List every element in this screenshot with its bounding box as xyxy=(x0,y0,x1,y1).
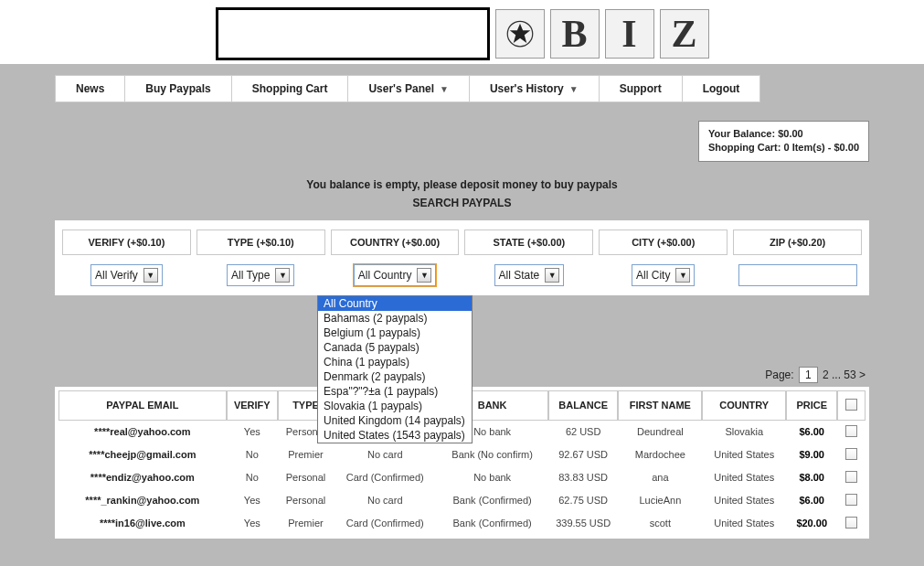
cell-country: United States xyxy=(702,466,786,489)
row-checkbox[interactable] xyxy=(845,425,857,437)
cell-firstname: scott xyxy=(618,512,702,535)
cell-type: Personal xyxy=(278,489,334,512)
table-row: ****cheejp@gmail.comNoPremierNo cardBank… xyxy=(58,443,866,466)
empty-balance-msg: You balance is empty, please deposit mon… xyxy=(55,178,869,191)
chevron-down-icon: ▼ xyxy=(143,268,158,283)
col-header: PRICE xyxy=(786,390,837,421)
row-checkbox[interactable] xyxy=(845,517,857,529)
country-option[interactable]: All Country xyxy=(318,296,472,311)
table-row: ****endiz@yahoo.comNoPersonalCard (Confi… xyxy=(58,466,866,489)
cell-price: $6.00 xyxy=(786,421,837,443)
cell-checkbox xyxy=(837,421,866,443)
nav-user-s-history[interactable]: User's History▼ xyxy=(469,75,599,102)
nav-news[interactable]: News xyxy=(55,75,124,102)
pager-rest[interactable]: 2 ... 53 > xyxy=(823,368,866,381)
nav-support[interactable]: Support xyxy=(599,75,682,102)
country-option[interactable]: Bahamas (2 paypals) xyxy=(318,311,472,326)
country-option[interactable]: Slovakia (1 paypals) xyxy=(318,399,472,413)
country-option[interactable]: Espa"?"?±a (1 paypals) xyxy=(318,384,472,399)
search-title: SEARCH PAYPALS xyxy=(55,197,869,209)
col-header: FIRST NAME xyxy=(618,390,702,421)
select-all-checkbox[interactable] xyxy=(845,399,857,411)
pager-current[interactable]: 1 xyxy=(799,367,818,383)
table-row: ****_rankin@yahoo.comYesPersonalNo cardB… xyxy=(58,489,866,512)
nav-user-s-panel[interactable]: User's Panel▼ xyxy=(347,75,468,102)
country-select-value: All Country xyxy=(358,269,412,282)
cell-balance: 62 USD xyxy=(548,421,619,443)
country-option[interactable]: United Kingdom (14 paypals) xyxy=(318,413,472,428)
cell-country: Slovakia xyxy=(702,421,786,443)
cell-balance: 92.67 USD xyxy=(548,443,619,466)
cell-email: ****cheejp@gmail.com xyxy=(58,443,227,466)
cell-firstname: Deundreal xyxy=(618,421,702,443)
cell-email: ****_rankin@yahoo.com xyxy=(58,489,227,512)
zip-input[interactable] xyxy=(738,264,857,286)
balance-box: Your Balance: $0.00 Shopping Cart: 0 Ite… xyxy=(698,121,869,162)
city-select[interactable]: All City ▼ xyxy=(632,264,695,286)
state-select-value: All State xyxy=(499,269,540,282)
logo-letter: Z xyxy=(660,9,709,59)
balance-line: Your Balance: $0.00 xyxy=(708,127,859,141)
nav-buy-paypals[interactable]: Buy Paypals xyxy=(124,75,230,102)
chevron-down-icon: ▼ xyxy=(417,268,431,283)
cell-verify: Yes xyxy=(227,421,278,443)
logo-letter: B xyxy=(550,9,600,59)
cell-checkbox xyxy=(837,466,866,489)
cell-email: ****in16@live.com xyxy=(58,512,227,535)
logo-letter: I xyxy=(605,9,654,59)
nav-shopping-cart[interactable]: Shopping Cart xyxy=(231,75,348,102)
nav-logout[interactable]: Logout xyxy=(682,75,761,102)
verify-select-value: All Verify xyxy=(95,269,138,282)
logo-box xyxy=(216,7,490,60)
col-header: VERIFY xyxy=(227,390,278,421)
cell-type: Premier xyxy=(278,512,334,535)
cell-card: No card xyxy=(334,489,436,512)
filter-header-verify: VERIFY (+$0.10) xyxy=(62,230,191,255)
cell-bank: Bank (No confirm) xyxy=(436,443,547,466)
country-option[interactable]: United States (1543 paypals) xyxy=(318,428,472,443)
country-option[interactable]: Denmark (2 paypals) xyxy=(318,369,472,384)
row-checkbox[interactable] xyxy=(845,448,857,460)
star-icon xyxy=(495,9,545,59)
filter-header-state: STATE (+$0.00) xyxy=(464,230,593,255)
cell-price: $6.00 xyxy=(786,489,837,512)
country-select[interactable]: All Country ▼ xyxy=(354,264,437,286)
cell-checkbox xyxy=(837,512,866,535)
type-select[interactable]: All Type ▼ xyxy=(227,264,294,286)
filter-header-country: COUNTRY (+$0.00) xyxy=(331,230,460,255)
row-checkbox[interactable] xyxy=(845,494,857,506)
col-header: COUNTRY xyxy=(702,390,786,421)
pager-label: Page: xyxy=(765,368,793,381)
svg-marker-1 xyxy=(509,24,530,43)
country-option[interactable]: Belgium (1 paypals) xyxy=(318,326,472,340)
cell-balance: 62.75 USD xyxy=(548,489,619,512)
cell-firstname: LucieAnn xyxy=(618,489,702,512)
chevron-down-icon: ▼ xyxy=(569,84,579,94)
verify-select[interactable]: All Verify ▼ xyxy=(90,264,163,286)
cell-verify: Yes xyxy=(227,512,278,535)
cell-bank: No bank xyxy=(436,466,547,489)
chevron-down-icon: ▼ xyxy=(675,268,690,283)
logo-suffix: B I Z xyxy=(495,9,709,59)
country-dropdown: All CountryBahamas (2 paypals)Belgium (1… xyxy=(317,295,473,443)
col-header: BALANCE xyxy=(548,390,619,421)
cell-card: Card (Confirmed) xyxy=(334,466,436,489)
cell-card: Card (Confirmed) xyxy=(334,512,436,535)
col-header-checkbox xyxy=(837,390,866,421)
chevron-down-icon: ▼ xyxy=(545,268,559,283)
country-option[interactable]: Canada (5 paypals) xyxy=(318,340,472,355)
filter-panel: VERIFY (+$0.10) TYPE (+$0.10) COUNTRY (+… xyxy=(55,220,869,295)
col-header: PAYPAL EMAIL xyxy=(58,390,227,421)
row-checkbox[interactable] xyxy=(845,471,857,483)
country-option[interactable]: China (1 paypals) xyxy=(318,355,472,369)
cell-price: $9.00 xyxy=(786,443,837,466)
filter-header-type: TYPE (+$0.10) xyxy=(196,230,325,255)
state-select[interactable]: All State ▼ xyxy=(494,264,565,286)
table-row: ****in16@live.comYesPremierCard (Confirm… xyxy=(58,512,866,535)
cell-country: United States xyxy=(702,512,786,535)
chevron-down-icon: ▼ xyxy=(440,84,449,94)
cell-verify: No xyxy=(227,443,278,466)
cell-bank: Bank (Confirmed) xyxy=(436,512,547,535)
cell-checkbox xyxy=(837,489,866,512)
cell-type: Personal xyxy=(278,466,334,489)
